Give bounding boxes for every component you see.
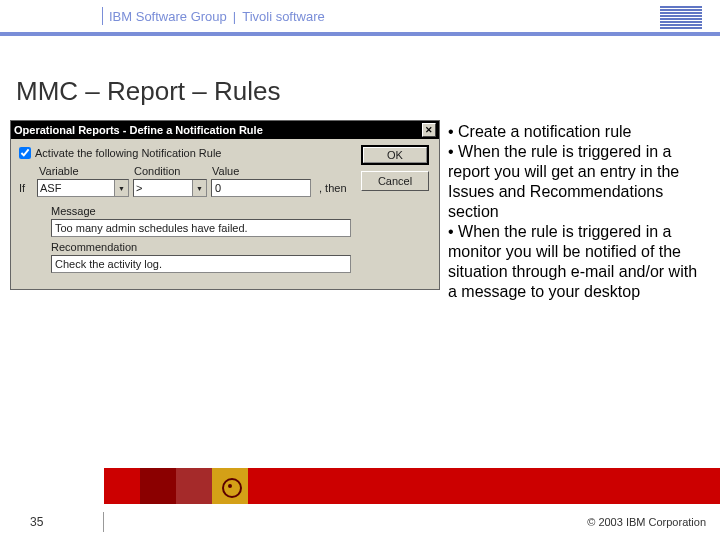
close-icon[interactable]: ✕ bbox=[422, 123, 436, 137]
value-text: 0 bbox=[215, 182, 221, 194]
if-label: If bbox=[19, 182, 33, 194]
value-input[interactable]: 0 bbox=[211, 179, 311, 197]
message-label: Message bbox=[51, 205, 431, 217]
page-title: MMC – Report – Rules bbox=[16, 76, 280, 107]
cancel-button[interactable]: Cancel bbox=[361, 171, 429, 191]
footer-divider bbox=[103, 512, 104, 532]
band-seg bbox=[104, 468, 140, 504]
col-value: Value bbox=[212, 165, 262, 177]
footer: 35 © 2003 IBM Corporation bbox=[0, 504, 720, 540]
ibm-logo bbox=[660, 6, 702, 34]
band-seg bbox=[0, 468, 104, 504]
chevron-down-icon: ▼ bbox=[192, 180, 206, 196]
condition-value: > bbox=[136, 182, 142, 194]
copyright: © 2003 IBM Corporation bbox=[587, 516, 706, 528]
header-bar: IBM Software Group | Tivoli software bbox=[0, 0, 720, 32]
header-separator: | bbox=[233, 9, 236, 24]
activate-checkbox[interactable] bbox=[19, 147, 31, 159]
band-seg bbox=[176, 468, 212, 504]
recommendation-value: Check the activity log. bbox=[55, 258, 162, 270]
header-breadcrumb: IBM Software Group | Tivoli software bbox=[102, 7, 325, 25]
message-input[interactable]: Too many admin schedules have failed. bbox=[51, 219, 351, 237]
notification-rule-dialog: Operational Reports - Define a Notificat… bbox=[10, 120, 440, 290]
header-divider bbox=[102, 7, 103, 25]
recommendation-input[interactable]: Check the activity log. bbox=[51, 255, 351, 273]
ibm-logo-icon bbox=[660, 6, 702, 30]
description-bullets: • Create a notification rule • When the … bbox=[448, 122, 708, 302]
chevron-down-icon: ▼ bbox=[114, 180, 128, 196]
col-variable: Variable bbox=[39, 165, 134, 177]
col-condition: Condition bbox=[134, 165, 212, 177]
condition-combo[interactable]: > ▼ bbox=[133, 179, 207, 197]
eye-icon bbox=[212, 468, 248, 504]
dialog-titlebar[interactable]: Operational Reports - Define a Notificat… bbox=[11, 121, 439, 139]
activate-label: Activate the following Notification Rule bbox=[35, 147, 221, 159]
band-seg bbox=[140, 468, 176, 504]
ok-button-label: OK bbox=[363, 147, 427, 163]
bullet-1: • Create a notification rule bbox=[448, 122, 708, 142]
header-accent-bar bbox=[0, 32, 720, 36]
dialog-body: OK Cancel Activate the following Notific… bbox=[11, 139, 439, 289]
dialog-title: Operational Reports - Define a Notificat… bbox=[14, 124, 263, 136]
header-group: IBM Software Group bbox=[109, 9, 227, 24]
header-product: Tivoli software bbox=[242, 9, 325, 24]
bullet-3: • When the rule is triggered in a monito… bbox=[448, 222, 708, 302]
footer-accent-band bbox=[0, 468, 720, 504]
bullet-2: • When the rule is triggered in a report… bbox=[448, 142, 708, 222]
recommendation-label: Recommendation bbox=[51, 241, 431, 253]
message-value: Too many admin schedules have failed. bbox=[55, 222, 248, 234]
then-label: , then bbox=[319, 182, 347, 194]
variable-value: ASF bbox=[40, 182, 61, 194]
variable-combo[interactable]: ASF ▼ bbox=[37, 179, 129, 197]
page-number: 35 bbox=[30, 515, 43, 529]
ok-button[interactable]: OK bbox=[361, 145, 429, 165]
